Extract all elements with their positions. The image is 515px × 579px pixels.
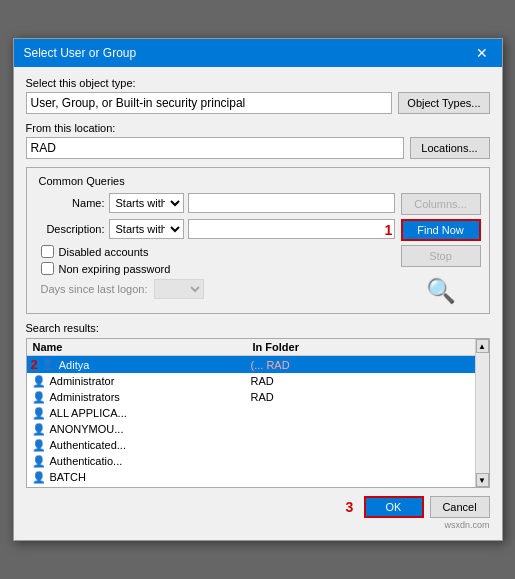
location-label: From this location: xyxy=(26,122,490,134)
results-table: Name In Folder 2👤 Aditya(... RAD👤 Admini… xyxy=(27,339,475,487)
desc-input[interactable] xyxy=(188,219,395,239)
name-field-row: Name: Starts with xyxy=(35,193,395,213)
title-bar: Select User or Group ✕ xyxy=(14,39,502,67)
scroll-down-arrow[interactable]: ▼ xyxy=(476,473,489,487)
table-row[interactable]: 👤 BATCH xyxy=(27,469,475,485)
results-rows: 2👤 Aditya(... RAD👤 AdministratorRAD👤 Adm… xyxy=(27,356,475,487)
non-expiring-checkbox-row: Non expiring password xyxy=(41,262,395,275)
user-icon: 👤 xyxy=(31,470,47,484)
object-type-row: Object Types... xyxy=(26,92,490,114)
close-button[interactable]: ✕ xyxy=(472,45,492,61)
result-name: 👤 ANONYMOU... xyxy=(31,422,251,436)
result-name: 👤 Authenticatio... xyxy=(31,454,251,468)
columns-button[interactable]: Columns... xyxy=(401,193,481,215)
result-name: 👤 Administrators xyxy=(31,390,251,404)
result-folder: (... RAD xyxy=(251,359,471,371)
result-name: 👤 Authenticated... xyxy=(31,438,251,452)
header-name: Name xyxy=(31,340,251,354)
dialog-body: Select this object type: Object Types...… xyxy=(14,67,502,540)
table-row[interactable]: 2👤 Aditya(... RAD xyxy=(27,356,475,373)
key-icon: 🔍 xyxy=(401,277,481,305)
disabled-label: Disabled accounts xyxy=(59,246,149,258)
table-row[interactable]: 👤 AdministratorRAD xyxy=(27,373,475,389)
find-now-badge: 1 xyxy=(385,222,393,238)
row-badge: 2 xyxy=(31,357,38,372)
ok-button-wrapper: 3 OK xyxy=(364,496,424,518)
disabled-checkbox-row: Disabled accounts xyxy=(41,245,395,258)
name-filter-select[interactable]: Starts with xyxy=(109,193,184,213)
table-row[interactable]: 👤 CONSOLE L... xyxy=(27,485,475,487)
logon-select[interactable] xyxy=(154,279,204,299)
user-icon: 👤 xyxy=(31,422,47,436)
common-queries-group: Common Queries Name: Starts with Descrip… xyxy=(26,167,490,314)
result-name: 👤 ALL APPLICA... xyxy=(31,406,251,420)
name-input[interactable] xyxy=(188,193,395,213)
user-icon: 👤 xyxy=(31,486,47,487)
search-results-label: Search results: xyxy=(26,322,490,334)
find-now-button[interactable]: Find Now xyxy=(401,219,481,241)
table-row[interactable]: 👤 Authenticatio... xyxy=(27,453,475,469)
results-header: Name In Folder xyxy=(27,339,475,356)
bottom-row: 3 OK Cancel xyxy=(26,496,490,518)
disabled-checkbox[interactable] xyxy=(41,245,54,258)
object-type-input[interactable] xyxy=(26,92,393,114)
user-icon: 👤 xyxy=(31,374,47,388)
cancel-button[interactable]: Cancel xyxy=(430,496,490,518)
result-folder: RAD xyxy=(251,391,471,403)
right-buttons: Columns... Find Now 1 Stop 🔍 xyxy=(401,193,481,305)
locations-button[interactable]: Locations... xyxy=(410,137,490,159)
result-name: 👤 CONSOLE L... xyxy=(31,486,251,487)
scrollbar-track[interactable] xyxy=(476,353,489,473)
table-row[interactable]: 👤 ANONYMOU... xyxy=(27,421,475,437)
header-folder: In Folder xyxy=(251,340,471,354)
table-row[interactable]: 👤 ALL APPLICA... xyxy=(27,405,475,421)
common-queries-title: Common Queries xyxy=(35,175,129,187)
result-name: 👤 Administrator xyxy=(31,374,251,388)
scroll-up-arrow[interactable]: ▲ xyxy=(476,339,489,353)
select-user-dialog: Select User or Group ✕ Select this objec… xyxy=(13,38,503,541)
user-icon: 👤 xyxy=(40,358,56,372)
results-container: Name In Folder 2👤 Aditya(... RAD👤 Admini… xyxy=(26,338,490,488)
stop-button[interactable]: Stop xyxy=(401,245,481,267)
location-row: Locations... xyxy=(26,137,490,159)
logon-row: Days since last logon: xyxy=(41,279,395,299)
user-icon: 👤 xyxy=(31,390,47,404)
result-name: 2👤 Aditya xyxy=(31,357,251,372)
desc-label: Description: xyxy=(35,223,105,235)
name-label: Name: xyxy=(35,197,105,209)
queries-left: Name: Starts with Description: Starts wi… xyxy=(35,193,395,305)
location-input[interactable] xyxy=(26,137,404,159)
object-types-button[interactable]: Object Types... xyxy=(398,92,489,114)
user-icon: 👤 xyxy=(31,454,47,468)
desc-filter-select[interactable]: Starts with xyxy=(109,219,184,239)
user-icon: 👤 xyxy=(31,406,47,420)
ok-button[interactable]: OK xyxy=(364,496,424,518)
watermark: wsxdn.com xyxy=(26,518,490,530)
queries-columns-area: Name: Starts with Description: Starts wi… xyxy=(35,193,481,305)
result-name: 👤 BATCH xyxy=(31,470,251,484)
user-icon: 👤 xyxy=(31,438,47,452)
ok-badge: 3 xyxy=(346,499,354,515)
dialog-title: Select User or Group xyxy=(24,46,137,60)
result-folder: RAD xyxy=(251,375,471,387)
non-expiring-checkbox[interactable] xyxy=(41,262,54,275)
desc-field-row: Description: Starts with xyxy=(35,219,395,239)
logon-label: Days since last logon: xyxy=(41,283,148,295)
non-expiring-label: Non expiring password xyxy=(59,263,171,275)
table-row[interactable]: 👤 Authenticated... xyxy=(27,437,475,453)
scrollbar: ▲ ▼ xyxy=(475,339,489,487)
object-type-label: Select this object type: xyxy=(26,77,490,89)
table-row[interactable]: 👤 AdministratorsRAD xyxy=(27,389,475,405)
find-now-wrapper: Find Now 1 xyxy=(401,219,481,241)
